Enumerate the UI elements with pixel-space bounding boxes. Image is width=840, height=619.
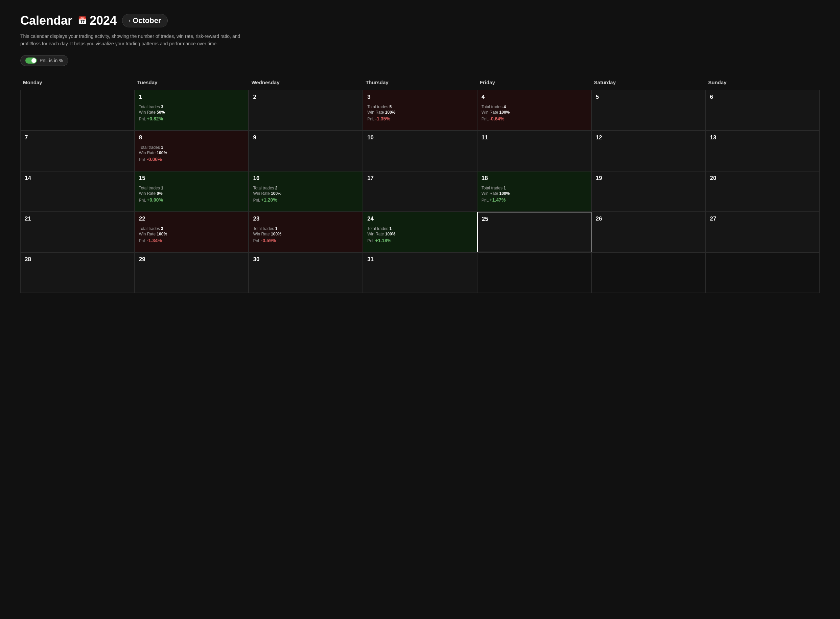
- cell-pnl: PnL-0.59%: [253, 238, 358, 243]
- cell-win-rate: Win Rate 50%: [139, 110, 245, 115]
- cell-day-number: 8: [139, 134, 245, 141]
- cell-win-rate: Win Rate 100%: [139, 232, 245, 236]
- calendar-cell-14[interactable]: 14: [20, 171, 134, 212]
- calendar-cell-23[interactable]: 23Total trades 1Win Rate 100%PnL-0.59%: [249, 212, 363, 252]
- calendar-cell-22[interactable]: 22Total trades 3Win Rate 100%PnL-1.34%: [134, 212, 249, 252]
- cell-day-number: 13: [710, 134, 815, 141]
- cell-total-trades: Total trades 1: [139, 186, 245, 190]
- weekday-wednesday: Wednesday: [249, 76, 363, 90]
- cell-day-number: 12: [596, 134, 701, 141]
- cell-day-number: 29: [139, 256, 245, 263]
- cell-day-number: 20: [710, 175, 815, 182]
- page-description: This calendar displays your trading acti…: [20, 33, 257, 48]
- cell-day-number: 14: [25, 175, 130, 182]
- page-title: Calendar: [20, 13, 72, 28]
- cell-day-number: 7: [25, 134, 130, 141]
- cell-day-number: 30: [253, 256, 358, 263]
- cell-day-number: 3: [367, 94, 473, 100]
- toggle-switch[interactable]: [25, 57, 37, 64]
- cell-day-number: 5: [596, 94, 701, 100]
- cell-total-trades: Total trades 5: [367, 105, 473, 109]
- month-label: October: [133, 16, 161, 25]
- cell-day-number: 27: [710, 215, 815, 222]
- cell-win-rate: Win Rate 100%: [367, 232, 473, 236]
- calendar-cell-empty: [20, 90, 134, 130]
- calendar-cell-13[interactable]: 13: [706, 130, 820, 171]
- calendar-cell-11[interactable]: 11: [477, 130, 591, 171]
- calendar-cell-empty: [706, 252, 820, 293]
- calendar-cell-12[interactable]: 12: [591, 130, 706, 171]
- calendar-cell-30[interactable]: 30: [249, 252, 363, 293]
- calendar-cell-17[interactable]: 17: [363, 171, 477, 212]
- cell-pnl: PnL-0.64%: [482, 116, 587, 121]
- cell-day-number: 2: [253, 94, 358, 100]
- weekday-sunday: Sunday: [706, 76, 820, 90]
- cell-day-number: 11: [482, 134, 587, 141]
- pnl-toggle[interactable]: PnL is in %: [20, 55, 68, 66]
- calendar-cell-empty: [477, 252, 591, 293]
- calendar-cell-15[interactable]: 15Total trades 1Win Rate 0%PnL+0.00%: [134, 171, 249, 212]
- chevron-icon: ›: [128, 17, 131, 24]
- calendar-cell-19[interactable]: 19: [591, 171, 706, 212]
- calendar-cell-24[interactable]: 24Total trades 1Win Rate 100%PnL+1.18%: [363, 212, 477, 252]
- cell-day-number: 18: [482, 175, 587, 182]
- calendar-grid: Monday Tuesday Wednesday Thursday Friday…: [20, 76, 820, 293]
- cell-day-number: 22: [139, 215, 245, 222]
- year-label: 2024: [90, 13, 117, 28]
- cell-win-rate: Win Rate 100%: [482, 191, 587, 196]
- calendar-cell-7[interactable]: 7: [20, 130, 134, 171]
- cell-day-number: 21: [25, 215, 130, 222]
- cell-day-number: 31: [367, 256, 473, 263]
- cell-day-number: 26: [596, 215, 701, 222]
- cell-day-number: 15: [139, 175, 245, 182]
- cell-day-number: 17: [367, 175, 473, 182]
- cell-win-rate: Win Rate 100%: [253, 191, 358, 196]
- calendar-cell-6[interactable]: 6: [706, 90, 820, 130]
- calendar-cell-21[interactable]: 21: [20, 212, 134, 252]
- calendar-cell-29[interactable]: 29: [134, 252, 249, 293]
- calendar-cell-26[interactable]: 26: [591, 212, 706, 252]
- cell-win-rate: Win Rate 0%: [139, 191, 245, 196]
- cell-pnl: PnL+1.20%: [253, 197, 358, 203]
- calendar-cell-2[interactable]: 2: [249, 90, 363, 130]
- toggle-knob: [31, 58, 36, 63]
- cell-day-number: 4: [482, 94, 587, 100]
- calendar-cell-28[interactable]: 28: [20, 252, 134, 293]
- cell-day-number: 23: [253, 215, 358, 222]
- weekday-monday: Monday: [20, 76, 134, 90]
- calendar-cell-25[interactable]: 25: [477, 212, 591, 252]
- month-selector[interactable]: › October: [122, 14, 167, 27]
- cell-day-number: 6: [710, 94, 815, 100]
- page-header: Calendar 📅 2024 › October: [20, 13, 820, 28]
- cell-total-trades: Total trades 1: [253, 226, 358, 231]
- calendar-cell-27[interactable]: 27: [706, 212, 820, 252]
- calendar-cell-20[interactable]: 20: [706, 171, 820, 212]
- calendar-cell-4[interactable]: 4Total trades 4Win Rate 100%PnL-0.64%: [477, 90, 591, 130]
- calendar-cell-16[interactable]: 16Total trades 2Win Rate 100%PnL+1.20%: [249, 171, 363, 212]
- calendar-cell-9[interactable]: 9: [249, 130, 363, 171]
- cell-day-number: 9: [253, 134, 358, 141]
- calendar-cell-31[interactable]: 31: [363, 252, 477, 293]
- weekday-friday: Friday: [477, 76, 591, 90]
- calendar-cell-10[interactable]: 10: [363, 130, 477, 171]
- calendar-cell-1[interactable]: 1Total trades 3Win Rate 50%PnL+0.82%: [134, 90, 249, 130]
- cell-day-number: 28: [25, 256, 130, 263]
- calendar-cell-18[interactable]: 18Total trades 1Win Rate 100%PnL+1.47%: [477, 171, 591, 212]
- cell-total-trades: Total trades 1: [139, 145, 245, 150]
- cell-day-number: 25: [482, 216, 587, 223]
- cell-pnl: PnL+1.47%: [482, 197, 587, 203]
- calendar-cell-3[interactable]: 3Total trades 5Win Rate 100%PnL-1.35%: [363, 90, 477, 130]
- calendar-cell-8[interactable]: 8Total trades 1Win Rate 100%PnL-0.06%: [134, 130, 249, 171]
- cell-total-trades: Total trades 2: [253, 186, 358, 190]
- year-block: 📅 2024: [78, 13, 117, 28]
- cell-pnl: PnL+0.00%: [139, 197, 245, 203]
- cell-win-rate: Win Rate 100%: [253, 232, 358, 236]
- cell-total-trades: Total trades 3: [139, 226, 245, 231]
- cell-pnl: PnL+0.82%: [139, 116, 245, 121]
- weekday-thursday: Thursday: [363, 76, 477, 90]
- cell-total-trades: Total trades 4: [482, 105, 587, 109]
- cell-win-rate: Win Rate 100%: [482, 110, 587, 115]
- cell-win-rate: Win Rate 100%: [367, 110, 473, 115]
- calendar-cell-5[interactable]: 5: [591, 90, 706, 130]
- cell-day-number: 10: [367, 134, 473, 141]
